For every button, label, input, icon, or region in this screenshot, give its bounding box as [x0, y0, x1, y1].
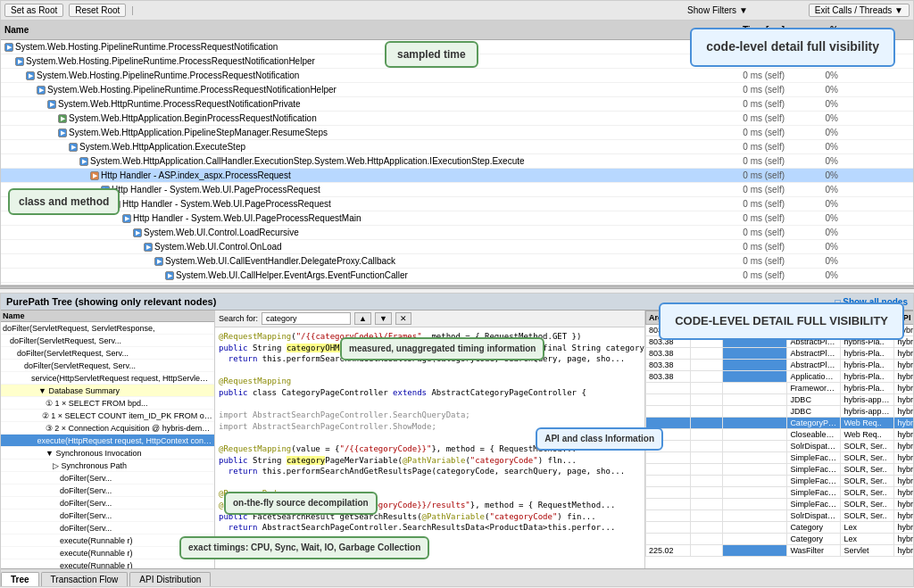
data-table-row[interactable]: SimpleFacetS2SOLR, Ser..hybris-search@i.…: [646, 476, 914, 487]
tree-row-name: System.Web.Hosting.PipelineRuntime.Proce…: [47, 85, 713, 95]
right-data-pane[interactable]: ArgumentReturnExec Time [ms]BreakdownCla…: [645, 311, 913, 568]
data-table-row[interactable]: 225.02WasFilterServlethybris-search@i..3…: [646, 545, 914, 557]
tree-row-time: 0 ms (self): [713, 128, 785, 137]
data-table-row[interactable]: SolrDispatchFilterSOLR, Ser..hybris-sear…: [646, 510, 914, 522]
tab-api-distribution[interactable]: API Distribution: [129, 572, 211, 586]
data-table-row[interactable]: CloseableHttpCo..Web Req..hybris-app-108…: [646, 429, 914, 441]
top-tree-row[interactable]: ▶System.Web.UI.Control.LoadRecursive0 ms…: [1, 226, 913, 240]
bottom-tree-node-name: doFilter(ServletRequest, Serv...: [17, 349, 129, 358]
set-root-button[interactable]: Set as Root: [4, 4, 63, 17]
top-tree-row[interactable]: ▶System.Web.HttpApplication.ExecuteStep0…: [1, 140, 913, 154]
data-cell: [722, 406, 787, 418]
tree-row-pct: 0%: [785, 199, 838, 209]
bottom-tree-node-name: service(HttpServletRequest request, Http…: [31, 374, 210, 383]
data-cell: [722, 476, 787, 487]
top-tree-row[interactable]: ▶System.Web.UI.CallEventHandler.Delegate…: [1, 254, 913, 269]
bottom-tree-row[interactable]: doFilter(ServletRequest, ServletResponse…: [1, 322, 214, 335]
data-cell: SimpleFacetS2: [787, 452, 841, 464]
top-tree-row[interactable]: ▶System.Web.UI.Control.OnLoad0 ms (self)…: [1, 240, 913, 254]
data-cell: SOLR, Ser..: [841, 499, 894, 510]
left-tree-pane[interactable]: NamedoFilter(ServletRequest, ServletResp…: [1, 311, 215, 568]
data-table-row[interactable]: CategoryPageCo..Web Req..hybris-app-108l…: [646, 418, 914, 429]
data-table-row[interactable]: CategoryLexhybris-app-108l..: [646, 534, 914, 545]
data-cell: SimpleFacetS2: [787, 476, 841, 487]
bottom-tree-row[interactable]: service(HttpServletRequest request, Http…: [1, 372, 214, 385]
bottom-tree-row[interactable]: ▼ Database Summary: [1, 385, 214, 397]
data-table-row[interactable]: SimpleFacetS2SOLR, Ser..hybris-search@i.…: [646, 452, 914, 464]
tab-transaction-flow[interactable]: Transaction Flow: [41, 572, 129, 586]
col-name-header: Name: [4, 25, 713, 35]
tree-row-pct: 0%: [785, 185, 838, 195]
top-tree-row[interactable]: ▶Http Handler - ASP.index_aspx.ProcessRe…: [1, 169, 913, 183]
data-cell: [722, 464, 787, 476]
bottom-panel: PurePath Tree (showing only relevant nod…: [0, 293, 914, 587]
tab-tree[interactable]: Tree: [1, 572, 39, 586]
bottom-tree-row[interactable]: execute(HttpRequest request, HttpContext…: [1, 435, 214, 447]
top-tree-row[interactable]: ▶Http Handler - System.Web.UI.PageProces…: [1, 197, 913, 211]
top-tree-row[interactable]: ▶System.Web.HttpApplication.CallHandler.…: [1, 154, 913, 169]
bottom-tree-row[interactable]: doFilter(Serv...: [1, 509, 214, 522]
tree-row-pct: 0%: [785, 156, 838, 166]
search-input[interactable]: [262, 312, 351, 325]
top-tree-row[interactable]: ▶System.Web.HttpApplication.BeginProcess…: [1, 112, 913, 126]
bottom-tree-row[interactable]: ▼ Synchronous Invocation: [1, 447, 214, 460]
bottom-tree-row[interactable]: ① 1 × SELECT FROM bpd...: [1, 397, 214, 410]
data-table-row[interactable]: 803.38AbstractPlatform..hybris-Pla..hybr…: [646, 360, 914, 371]
tree-row-name: Http Handler - System.Web.UI.PageProcess…: [133, 213, 713, 223]
bottom-tree-row[interactable]: doFilter(ServletRequest, Serv...: [1, 335, 214, 347]
data-table-row[interactable]: JDBChybris-app-108l..hybris-app-108l..24…: [646, 406, 914, 418]
bottom-tree-row[interactable]: ③ 2 × Connection Acquisition @ hybris-de…: [1, 422, 214, 435]
bottom-tree-row[interactable]: doFilter(Serv...: [1, 472, 214, 484]
data-table-row[interactable]: 803.38ApplicationServlethybris-Pla..hybr…: [646, 371, 914, 383]
reset-root-button[interactable]: Reset Root: [69, 4, 126, 17]
bottom-tree-row[interactable]: doFilter(ServletRequest, Serv...: [1, 347, 214, 360]
bottom-tree-row[interactable]: doFilter(Serv...: [1, 484, 214, 497]
data-cell: SOLR, Ser..: [841, 441, 894, 452]
top-tree-row[interactable]: ▶Http Handler - System.Web.UI.PageProces…: [1, 183, 913, 197]
tree-row-name: Http Handler - System.Web.UI.PageProcess…: [122, 199, 713, 209]
tree-row-time: 0 ms (self): [713, 256, 785, 266]
data-cell: hybris-search@i..: [894, 441, 913, 452]
data-table-row[interactable]: SimpleFacetS2SOLR, Ser..hybris-search@i.…: [646, 487, 914, 499]
bottom-tree-row[interactable]: doFilter(ServletRequest, Serv...: [1, 360, 214, 372]
data-table-row[interactable]: FrameworkServlethybris-Pla..hybris-app-1…: [646, 383, 914, 394]
tree-row-pct: 0%: [785, 228, 838, 237]
bottom-tree-row[interactable]: execute(Runnable r): [1, 559, 214, 568]
data-cell: hybris-search@i..: [894, 510, 913, 522]
tree-row-icon: ▶: [26, 71, 35, 80]
tree-row-icon: ▶: [154, 257, 163, 266]
bottom-tree-row[interactable]: ▷ Synchronous Path: [1, 460, 214, 472]
data-table-row[interactable]: JDBChybris-app-108l..hybris-app-108l..24…: [646, 394, 914, 406]
data-table-row[interactable]: CategoryLexhybris-app-108l..: [646, 522, 914, 534]
data-cell: hybris-Pla..: [841, 383, 894, 394]
top-tree-row[interactable]: ▶System.Web.UI.CallHelper.EventArgs.Even…: [1, 269, 913, 283]
data-cell: [646, 499, 691, 510]
top-tree-row[interactable]: ▶System.Web.Hosting.PipelineRuntime.Proc…: [1, 69, 913, 83]
data-table-row[interactable]: SolrDispatchFilterSOLR, Ser..hybris-sear…: [646, 441, 914, 452]
top-tree-row[interactable]: ▶_Global.ASP.customerGrid.index_Page_Loa…: [1, 283, 913, 285]
bottom-tree-row[interactable]: doFilter(Serv...: [1, 522, 214, 534]
top-tree-row[interactable]: ▶System.Web.HttpRuntime.ProcessRequestNo…: [1, 97, 913, 112]
top-tree-row[interactable]: ▶Http Handler - System.Web.UI.PageProces…: [1, 211, 913, 226]
data-cell: Web Req..: [841, 418, 894, 429]
data-cell: SOLR, Ser..: [841, 487, 894, 499]
data-cell: hybris-app-108l..: [841, 394, 894, 406]
data-cell: CloseableHttpCo..: [787, 429, 841, 441]
data-table-row[interactable]: SimpleFacetS2SOLR, Ser..hybris-search@i.…: [646, 464, 914, 476]
bottom-tree-row[interactable]: doFilter(Serv...: [1, 497, 214, 509]
bottom-tree-row[interactable]: ② 1 × SELECT COUNT item_ID_PK FROM order…: [1, 410, 214, 422]
data-cell: 225.02: [646, 545, 691, 557]
exit-calls-button[interactable]: Exit Calls / Threads ▼: [809, 4, 910, 17]
search-button[interactable]: ▲: [354, 312, 371, 325]
data-table-row[interactable]: SimpleFacetS2SOLR, Ser..hybris-search@i.…: [646, 499, 914, 510]
tree-row-time: 0 ms (self): [713, 85, 785, 95]
search-close-button[interactable]: ✕: [395, 312, 411, 325]
tree-row-name: System.Web.Hosting.PipelineRuntime.Proce…: [15, 42, 713, 52]
tree-row-name: Http Handler - System.Web.UI.PageProcess…: [112, 185, 713, 195]
top-tree-row[interactable]: ▶System.Web.Hosting.PipelineRuntime.Proc…: [1, 83, 913, 97]
tree-row-name: System.Web.HttpRuntime.ProcessRequestNot…: [58, 99, 713, 109]
data-table-row[interactable]: 803.38AbstractPlatform..hybris-Pla..hybr…: [646, 348, 914, 360]
top-tree-row[interactable]: ▶System.Web.HttpApplication.PipelineStep…: [1, 126, 913, 140]
search-next-button[interactable]: ▼: [375, 312, 392, 325]
top-tree-container[interactable]: ▶System.Web.Hosting.PipelineRuntime.Proc…: [1, 40, 913, 285]
